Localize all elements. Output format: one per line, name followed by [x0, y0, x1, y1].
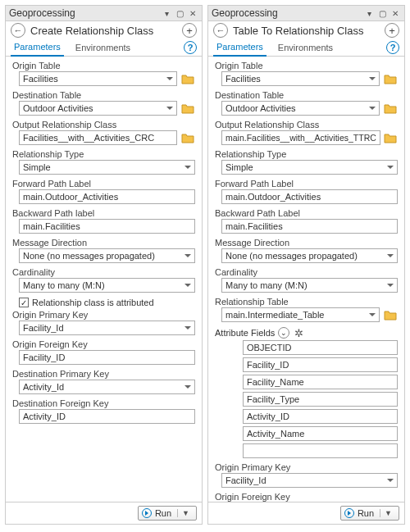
rel-type-select[interactable]: Simple [221, 160, 398, 175]
toolbar: ← Table To Relationship Class + [208, 21, 404, 39]
add-button[interactable]: + [385, 23, 399, 38]
label-cardinality: Cardinality [215, 266, 398, 278]
label-destination-table: Destination Table [215, 89, 398, 101]
label-backward-path: Backward Path label [12, 207, 195, 219]
tabs: Parameters Environments ? [6, 39, 202, 57]
origin-table-select[interactable]: Facilities [19, 71, 177, 86]
backward-path-input[interactable]: main.Facilities [19, 219, 195, 234]
origin-table-select[interactable]: Facilities [221, 71, 380, 86]
browse-folder-icon[interactable] [180, 72, 195, 85]
label-rel-type: Relationship Type [215, 148, 398, 160]
browse-folder-icon[interactable] [180, 102, 195, 115]
tabs: Parameters Environments ? [208, 39, 404, 57]
tool-title: Create Relationship Class [30, 25, 182, 37]
label-dest-fk: Destination Foreign Key [12, 398, 195, 409]
label-attr-fields: Attribute Fields [215, 328, 275, 338]
pane-header: Geoprocessing ▾ ▢ ✕ [208, 6, 404, 21]
origin-fk-input[interactable]: Facility_ID [19, 350, 195, 365]
browse-folder-icon[interactable] [383, 102, 398, 115]
help-button[interactable]: ? [386, 41, 399, 54]
label-rel-type: Relationship Type [12, 148, 195, 160]
attr-field-input[interactable]: OBJECTID [243, 340, 398, 355]
pane-menu-icon[interactable]: ▾ [161, 7, 172, 19]
toolbar: ← Create Relationship Class + [6, 21, 202, 39]
label-output-rel-class: Output Relationship Class [12, 119, 195, 130]
run-play-icon [142, 508, 152, 518]
tab-parameters[interactable]: Parameters [213, 39, 266, 57]
backward-path-input[interactable]: main.Facilities [221, 219, 398, 234]
attr-field-input[interactable] [243, 443, 398, 458]
forward-path-input[interactable]: main.Outdoor_Activities [19, 189, 195, 204]
pane-menu-icon[interactable]: ▾ [363, 7, 375, 19]
label-origin-table: Origin Table [12, 60, 195, 71]
footer: Run ▼ [6, 502, 202, 524]
label-rel-table: Relationship Table [215, 296, 398, 307]
label-origin-pk: Origin Primary Key [12, 309, 195, 321]
label-origin-fk: Origin Foreign Key [12, 339, 195, 350]
attr-field-input[interactable]: Facility_Type [243, 392, 398, 407]
attr-field-input[interactable]: Facility_ID [243, 357, 398, 372]
help-button[interactable]: ? [184, 41, 197, 54]
pane-title: Geoprocessing [212, 7, 362, 19]
run-button[interactable]: Run ▼ [340, 506, 399, 521]
origin-pk-select[interactable]: Facility_Id [19, 321, 195, 335]
back-button[interactable]: ← [11, 23, 25, 38]
dest-fk-input[interactable]: Activity_ID [19, 409, 195, 424]
origin-pk-select[interactable]: Facility_Id [221, 473, 398, 488]
output-rel-class-input[interactable]: Facilities__with__Activities_CRC [19, 130, 177, 145]
pane-pin-icon[interactable]: ▢ [376, 7, 388, 19]
label-origin-table: Origin Table [215, 60, 398, 71]
cardinality-select[interactable]: Many to many (M:N) [19, 278, 195, 293]
collapse-icon[interactable]: ⌄ [278, 327, 289, 339]
label-forward-path: Forward Path Label [215, 178, 398, 189]
run-button[interactable]: Run ▼ [138, 506, 197, 521]
attr-field-input[interactable]: Facility_Name [243, 375, 398, 389]
parameters-body: Origin Table Facilities Destination Tabl… [6, 57, 202, 502]
attr-field-input[interactable]: Activity_Name [243, 426, 398, 441]
add-button[interactable]: + [182, 23, 197, 38]
message-dir-select[interactable]: None (no messages propagated) [221, 248, 398, 263]
label-forward-path: Forward Path Label [12, 178, 195, 189]
attr-field-input[interactable]: Activity_ID [243, 409, 398, 424]
cardinality-select[interactable]: Many to many (M:N) [221, 278, 398, 293]
dest-pk-select[interactable]: Activity_Id [19, 380, 195, 394]
tab-environments[interactable]: Environments [72, 40, 134, 56]
label-backward-path: Backward Path Label [215, 207, 398, 219]
rel-table-select[interactable]: main.Intermediate_Table [221, 307, 380, 322]
tab-parameters[interactable]: Parameters [11, 39, 64, 57]
output-rel-class-input[interactable]: main.Facilities__with__Activities_TTRC [221, 130, 380, 145]
label-dest-pk: Destination Primary Key [12, 368, 195, 380]
footer: Run ▼ [208, 502, 404, 524]
back-button[interactable]: ← [213, 23, 228, 38]
label-message-dir: Message Direction [12, 237, 195, 248]
label-origin-pk: Origin Primary Key [215, 462, 398, 473]
tool-title: Table To Relationship Class [233, 25, 385, 37]
pane-create-relationship-class: Geoprocessing ▾ ▢ ✕ ← Create Relationshi… [5, 5, 203, 525]
destination-table-select[interactable]: Outdoor Activities [221, 101, 380, 116]
attributed-checkbox[interactable]: ✓ [19, 298, 29, 307]
pane-close-icon[interactable]: ✕ [390, 7, 401, 19]
run-menu-icon[interactable]: ▼ [380, 509, 392, 517]
tab-environments[interactable]: Environments [275, 40, 336, 56]
rel-type-select[interactable]: Simple [19, 160, 195, 175]
attributed-label: Relationship class is attributed [32, 298, 154, 307]
message-dir-select[interactable]: None (no messages propagated) [19, 248, 195, 263]
label-cardinality: Cardinality [12, 266, 195, 278]
forward-path-input[interactable]: main.Outdoor_Activities [221, 189, 398, 204]
browse-folder-icon[interactable] [383, 72, 398, 85]
pane-table-to-relationship-class: Geoprocessing ▾ ▢ ✕ ← Table To Relations… [207, 5, 405, 525]
pane-close-icon[interactable]: ✕ [187, 7, 198, 19]
run-menu-icon[interactable]: ▼ [177, 509, 189, 517]
pane-title: Geoprocessing [9, 7, 159, 19]
pane-pin-icon[interactable]: ▢ [174, 7, 185, 19]
label-origin-fk: Origin Foreign Key [215, 491, 398, 502]
label-output-rel-class: Output Relationship Class [215, 119, 398, 130]
browse-folder-icon[interactable] [384, 131, 398, 144]
browse-folder-icon[interactable] [383, 308, 398, 321]
run-play-icon [344, 508, 354, 518]
destination-table-select[interactable]: Outdoor Activities [19, 101, 177, 116]
gear-icon[interactable]: ✲ [293, 327, 304, 339]
parameters-body: Origin Table Facilities Destination Tabl… [208, 57, 404, 502]
label-message-dir: Message Direction [215, 237, 398, 248]
browse-folder-icon[interactable] [180, 131, 195, 144]
